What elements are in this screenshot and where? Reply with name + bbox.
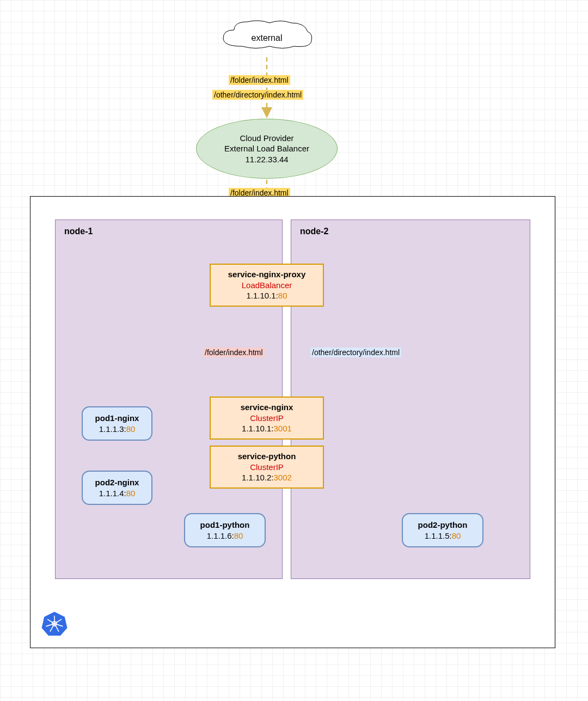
service-python-type: ClusterIP <box>218 462 315 473</box>
kubernetes-icon <box>40 609 69 638</box>
pod1-nginx: pod1-nginx 1.1.1.3:80 <box>82 406 152 441</box>
lb-line2: External Load Balancer <box>224 143 309 154</box>
pod2-nginx-addr: 1.1.1.4:80 <box>90 488 144 499</box>
service-nginx-addr: 1.1.10.1:3001 <box>218 423 315 434</box>
service-nginx-type: ClusterIP <box>218 413 315 424</box>
pod1-python: pod1-python 1.1.1.6:80 <box>184 513 266 547</box>
path-label-folder-1: /folder/index.html <box>229 75 290 85</box>
external-label: external <box>252 28 283 43</box>
node-2-label: node-2 <box>300 227 328 236</box>
pod2-python: pod2-python 1.1.1.5:80 <box>402 513 483 547</box>
service-python-name: service-python <box>218 451 315 462</box>
service-python-addr: 1.1.10.2:3002 <box>218 472 315 483</box>
external-cloud: external <box>218 16 316 54</box>
cloud-load-balancer: Cloud Provider External Load Balancer 11… <box>196 119 338 179</box>
lb-ip: 11.22.33.44 <box>245 154 288 165</box>
pod1-nginx-name: pod1-nginx <box>90 413 144 424</box>
pod1-nginx-addr: 1.1.1.3:80 <box>90 424 144 435</box>
service-nginx-proxy-name: service-nginx-proxy <box>218 269 315 280</box>
service-nginx: service-nginx ClusterIP 1.1.10.1:3001 <box>210 397 324 440</box>
pod2-nginx-name: pod2-nginx <box>90 477 144 488</box>
path-label-folder-red: /folder/index.html <box>203 348 265 357</box>
path-label-other-blue: /other/directory/index.html <box>310 348 401 357</box>
pod1-python-name: pod1-python <box>193 520 257 531</box>
pod2-python-name: pod2-python <box>411 520 475 531</box>
pod2-python-addr: 1.1.1.5:80 <box>411 531 475 541</box>
service-nginx-proxy-type: LoadBalancer <box>218 280 315 291</box>
path-label-other-1: /other/directory/index.html <box>212 90 303 100</box>
service-python: service-python ClusterIP 1.1.10.2:3002 <box>210 446 324 489</box>
node-1-label: node-1 <box>64 227 93 236</box>
service-nginx-name: service-nginx <box>218 402 315 413</box>
service-nginx-proxy-addr: 1.1.10.1:80 <box>218 290 315 301</box>
pod1-python-addr: 1.1.1.6:80 <box>193 531 257 541</box>
lb-line1: Cloud Provider <box>240 133 293 144</box>
service-nginx-proxy: service-nginx-proxy LoadBalancer 1.1.10.… <box>210 264 324 307</box>
pod2-nginx: pod2-nginx 1.1.1.4:80 <box>82 471 152 505</box>
